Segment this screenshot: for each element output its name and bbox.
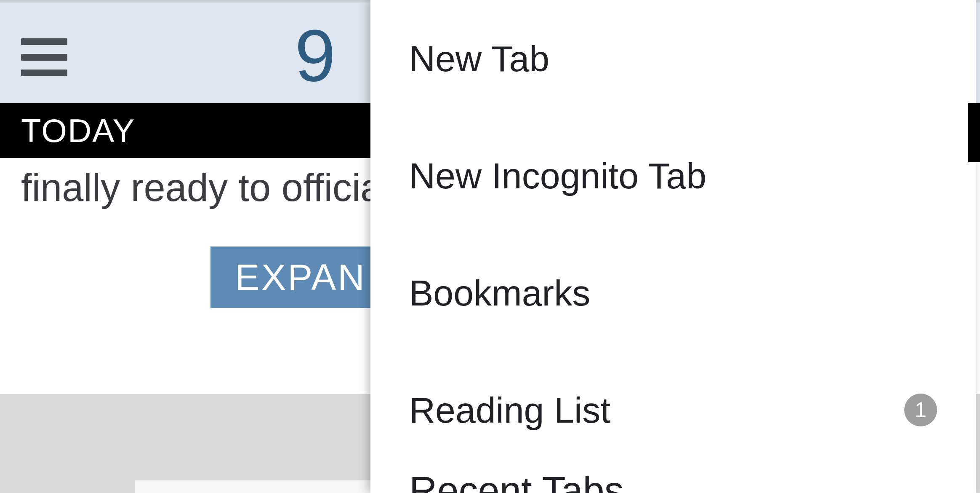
menu-item-label: New Tab bbox=[409, 38, 937, 80]
site-logo[interactable]: 9 bbox=[295, 19, 336, 92]
reading-list-badge: 1 bbox=[904, 394, 937, 426]
menu-item-label: Reading List bbox=[409, 389, 904, 431]
today-label: TODAY bbox=[21, 112, 136, 150]
scrollbar-thumb[interactable] bbox=[968, 103, 980, 162]
menu-item-recent-tabs[interactable]: Recent Tabs bbox=[370, 469, 976, 493]
menu-item-bookmarks[interactable]: Bookmarks bbox=[370, 234, 976, 351]
menu-item-label: Recent Tabs bbox=[409, 469, 624, 493]
article-partial-text: finally ready to officia bbox=[21, 166, 382, 210]
expand-button[interactable]: EXPAN bbox=[210, 246, 386, 308]
menu-item-new-incognito-tab[interactable]: New Incognito Tab bbox=[370, 117, 976, 234]
hamburger-line bbox=[21, 54, 67, 61]
hamburger-menu-icon[interactable] bbox=[21, 38, 67, 76]
menu-item-label: New Incognito Tab bbox=[409, 155, 937, 197]
menu-item-label: Bookmarks bbox=[409, 272, 937, 314]
hamburger-line bbox=[21, 70, 67, 76]
browser-overflow-menu: New Tab New Incognito Tab Bookmarks Read… bbox=[370, 0, 976, 493]
menu-item-reading-list[interactable]: Reading List 1 bbox=[370, 351, 976, 469]
hamburger-line bbox=[21, 38, 67, 45]
menu-item-new-tab[interactable]: New Tab bbox=[370, 0, 976, 117]
